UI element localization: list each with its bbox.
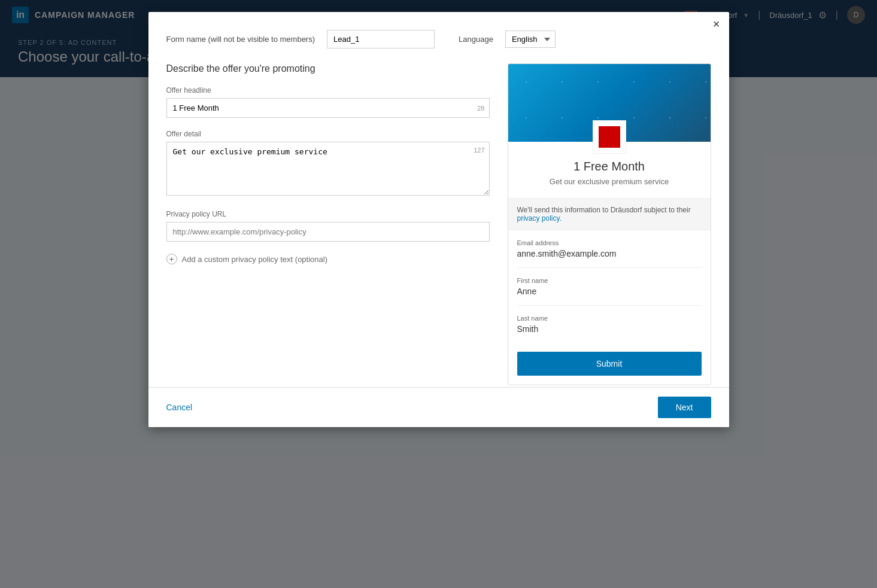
preview-last-name-group: Last name Smith	[517, 315, 702, 343]
privacy-url-label: Privacy policy URL	[166, 210, 490, 218]
offer-detail-label: Offer detail	[166, 130, 490, 138]
modal-overlay: × Form name (will not be visible to memb…	[0, 0, 877, 588]
offer-headline-input[interactable]	[166, 98, 490, 118]
privacy-url-input[interactable]	[166, 222, 490, 242]
preview-email-group: Email address anne.smith@example.com	[517, 239, 702, 268]
modal-footer: Cancel Next	[148, 387, 729, 427]
modal-columns: Describe the offer you're promoting Offe…	[166, 63, 711, 385]
preview-logo-box	[593, 120, 626, 154]
privacy-url-group: Privacy policy URL	[166, 210, 490, 242]
preview-first-name-label: First name	[517, 277, 702, 284]
modal-left-column: Describe the offer you're promoting Offe…	[166, 63, 490, 385]
offer-headline-group: Offer headline 28	[166, 86, 490, 118]
add-custom-privacy[interactable]: + Add a custom privacy policy text (opti…	[166, 254, 490, 264]
offer-detail-wrapper: 127	[166, 142, 490, 198]
offer-detail-char-count: 127	[474, 147, 484, 154]
plus-icon: +	[166, 254, 177, 264]
preview-last-name-value: Smith	[517, 324, 702, 334]
offer-headline-label: Offer headline	[166, 86, 490, 95]
add-custom-label: Add a custom privacy policy text (option…	[182, 255, 328, 264]
preview-offer-detail: Get our exclusive premium service	[520, 177, 699, 186]
preview-fields: Email address anne.smith@example.com Fir…	[508, 230, 711, 352]
preview-last-name-label: Last name	[517, 315, 702, 322]
language-label: Language	[459, 35, 493, 44]
offer-headline-char-count: 28	[477, 105, 484, 112]
offer-headline-wrapper: 28	[166, 98, 490, 118]
preview-card: 1 Free Month Get our exclusive premium s…	[508, 63, 711, 385]
close-button[interactable]: ×	[713, 18, 720, 30]
modal-dialog: × Form name (will not be visible to memb…	[148, 12, 729, 427]
section-title: Describe the offer you're promoting	[166, 63, 490, 74]
offer-detail-group: Offer detail 127	[166, 130, 490, 198]
preview-logo-inner	[599, 126, 620, 148]
modal-right-column: 1 Free Month Get our exclusive premium s…	[508, 63, 711, 385]
preview-first-name-value: Anne	[517, 287, 702, 296]
form-name-input[interactable]	[327, 30, 435, 48]
preview-email-label: Email address	[517, 239, 702, 246]
preview-offer-title: 1 Free Month	[520, 160, 699, 173]
language-select[interactable]: English French German Spanish	[505, 31, 556, 48]
preview-submit-button[interactable]: Submit	[517, 352, 702, 376]
form-name-row: Form name (will not be visible to member…	[166, 30, 711, 48]
privacy-policy-link[interactable]: privacy policy.	[517, 214, 562, 223]
modal-body: Form name (will not be visible to member…	[148, 12, 729, 385]
preview-email-value: anne.smith@example.com	[517, 249, 702, 258]
next-button[interactable]: Next	[658, 397, 711, 418]
offer-detail-textarea[interactable]	[166, 142, 490, 196]
form-name-label: Form name (will not be visible to member…	[166, 35, 315, 44]
cancel-button[interactable]: Cancel	[166, 403, 193, 412]
preview-privacy: We'll send this information to Dräusdorf…	[508, 198, 711, 230]
preview-first-name-group: First name Anne	[517, 277, 702, 306]
preview-header-image	[508, 64, 711, 142]
